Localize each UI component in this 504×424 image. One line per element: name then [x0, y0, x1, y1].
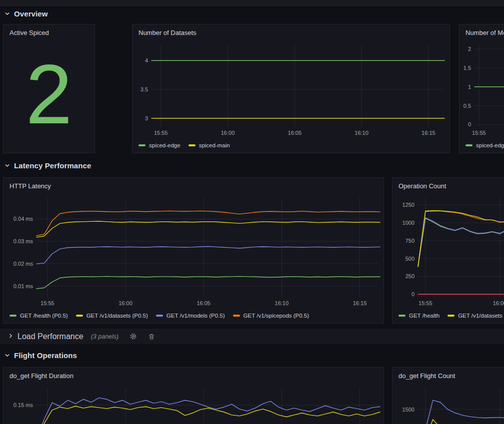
svg-text:0.02 ms: 0.02 ms: [14, 261, 34, 267]
svg-text:500: 500: [406, 256, 414, 262]
svg-text:1.5: 1.5: [464, 65, 471, 71]
x-axis: 15:5516:0016:0516:1016:15: [154, 44, 436, 136]
legend-label: GET /v1/spicepods (P0.5): [244, 313, 309, 319]
legend-label: spiced-edge: [149, 142, 180, 148]
x-axis: 15:55: [472, 44, 486, 136]
panel-operation-count: Operation Count 15:5516:0002505007501000…: [392, 177, 504, 324]
panel-do-get-flight-duration: do_get Flight Duration 15:5516:0016:0516…: [3, 367, 384, 424]
legend-swatch: [233, 315, 240, 317]
chart-number-of-datasets[interactable]: 15:5516:0016:0516:1016:1533.54: [132, 41, 450, 138]
panel-title[interactable]: Operation Count: [392, 178, 504, 195]
panel-title[interactable]: Active Spiced: [4, 24, 94, 41]
panel-http-latency: HTTP Latency 15:5516:0016:0516:1016:150.…: [3, 177, 384, 324]
chart-operation-count[interactable]: 15:5516:00025050075010001250: [392, 195, 504, 308]
legend-item[interactable]: GET /v1/models (P0.5): [156, 313, 225, 319]
svg-text:16:15: 16:15: [422, 130, 436, 136]
series-lines: [418, 211, 504, 295]
chart-legend: spiced-edge: [460, 138, 504, 153]
svg-text:0.04 ms: 0.04 ms: [14, 216, 34, 222]
svg-text:2: 2: [468, 46, 471, 52]
section-label: Overview: [14, 9, 48, 18]
legend-label: GET /health (P0.5): [20, 313, 68, 319]
chevron-right-icon: [8, 332, 14, 341]
section-label: Latency Performance: [14, 161, 91, 170]
svg-text:3: 3: [145, 115, 148, 121]
trash-icon[interactable]: [148, 333, 156, 341]
panel-title[interactable]: HTTP Latency: [4, 178, 384, 195]
svg-text:16:05: 16:05: [196, 300, 210, 306]
legend-swatch: [138, 144, 146, 146]
section-header-flight[interactable]: Flight Operations: [4, 350, 77, 361]
panel-title[interactable]: do_get Flight Count: [392, 368, 504, 385]
grafana-dashboard: Overview Active Spiced 2 Number of Datas…: [0, 0, 504, 424]
y-axis: 1500: [402, 407, 504, 413]
svg-text:16:00: 16:00: [118, 300, 132, 306]
svg-text:1500: 1500: [402, 407, 414, 413]
svg-text:0.15 ms: 0.15 ms: [14, 402, 34, 408]
legend-item[interactable]: spiced-main: [188, 142, 230, 148]
legend-item[interactable]: GET /health: [398, 313, 440, 319]
svg-text:0: 0: [412, 291, 414, 297]
panel-do-get-flight-count: do_get Flight Count 15:5516:001500: [392, 367, 504, 424]
legend-swatch: [188, 144, 196, 146]
legend-item[interactable]: spiced-edge: [466, 142, 504, 148]
section-header-overview[interactable]: Overview: [4, 8, 48, 19]
section-header-load-performance[interactable]: Load Performance (3 panels): [0, 329, 504, 344]
panel-title[interactable]: Number of Models: [460, 24, 504, 41]
legend-item[interactable]: GET /v1/datasets (P0.5): [76, 313, 148, 319]
chart-http-latency[interactable]: 15:5516:0016:0516:1016:150.01 ms0.02 ms0…: [4, 195, 384, 308]
svg-text:16:15: 16:15: [353, 300, 367, 306]
chart-do-get-flight-count[interactable]: 15:5516:001500: [392, 385, 504, 424]
chart-number-of-models[interactable]: 15:5500.511.52: [460, 41, 504, 138]
svg-text:4: 4: [145, 57, 148, 63]
legend-item[interactable]: GET /v1/spicepods (P0.5): [233, 313, 309, 319]
section-label: Load Performance: [18, 332, 84, 341]
panel-title[interactable]: Number of Datasets: [132, 24, 450, 41]
svg-text:750: 750: [406, 238, 414, 244]
legend-swatch: [156, 315, 163, 317]
svg-text:15:55: 15:55: [40, 300, 54, 306]
svg-text:3.5: 3.5: [140, 86, 148, 92]
legend-label: GET /v1/datasets (P0.5): [86, 313, 148, 319]
gear-icon[interactable]: [129, 333, 137, 341]
svg-text:0.01 ms: 0.01 ms: [14, 283, 34, 289]
stat-value: 2: [4, 41, 94, 153]
toolbar-edge: [0, 0, 504, 6]
chart-legend: GET /healthGET /v1/datasets: [392, 308, 504, 323]
chevron-down-icon: [4, 352, 10, 359]
svg-text:0.5: 0.5: [464, 103, 471, 109]
legend-label: GET /v1/models (P0.5): [166, 313, 225, 319]
chart-legend: GET /health (P0.5)GET /v1/datasets (P0.5…: [4, 308, 384, 323]
legend-swatch: [10, 315, 16, 317]
legend-label: GET /health: [409, 313, 440, 319]
svg-text:16:00: 16:00: [221, 130, 235, 136]
series-lines: [36, 211, 380, 289]
legend-swatch: [398, 315, 406, 317]
svg-text:15:55: 15:55: [154, 130, 168, 136]
svg-text:16:10: 16:10: [275, 300, 289, 306]
legend-item[interactable]: GET /v1/datasets: [448, 313, 502, 319]
y-axis: 0.01 ms0.02 ms0.03 ms0.04 ms: [14, 216, 378, 289]
svg-text:16:10: 16:10: [354, 130, 368, 136]
legend-item[interactable]: spiced-edge: [138, 142, 180, 148]
chart-do-get-flight-duration[interactable]: 15:5516:0016:0516:1016:150.15 ms: [4, 385, 384, 424]
svg-text:250: 250: [406, 273, 414, 279]
svg-text:16:00: 16:00: [493, 300, 504, 306]
svg-text:1250: 1250: [402, 202, 414, 208]
svg-text:1000: 1000: [402, 220, 414, 226]
svg-text:0: 0: [468, 121, 471, 127]
x-axis: 15:5516:0016:0516:1016:15: [40, 388, 366, 424]
panel-title[interactable]: do_get Flight Duration: [4, 368, 384, 385]
chevron-down-icon: [4, 10, 10, 17]
legend-item[interactable]: GET /health (P0.5): [10, 313, 68, 319]
chart-legend: spiced-edgespiced-main: [132, 138, 450, 153]
legend-swatch: [466, 144, 472, 146]
legend-label: GET /v1/datasets: [458, 313, 502, 319]
x-axis: 15:5516:0016:0516:1016:15: [40, 198, 366, 306]
series-lines: [418, 400, 504, 424]
chevron-down-icon: [4, 162, 10, 169]
section-header-latency[interactable]: Latency Performance: [4, 160, 91, 171]
svg-text:1: 1: [468, 84, 471, 90]
svg-text:0.03 ms: 0.03 ms: [14, 238, 34, 244]
panel-number-of-datasets: Number of Datasets 15:5516:0016:0516:101…: [132, 24, 450, 153]
